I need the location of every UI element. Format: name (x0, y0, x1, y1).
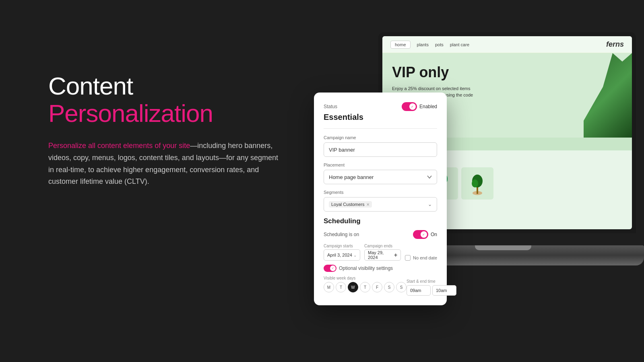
optional-visibility-toggle[interactable]: ✓ (324, 265, 336, 272)
weekday-btn-tue[interactable]: T (336, 282, 346, 292)
ferns-logo: ferns (606, 40, 624, 49)
ferns-nav-home[interactable]: home (390, 41, 411, 49)
ferns-vip-title: VIP only (392, 64, 622, 80)
toggle-check-icon: ✓ (411, 105, 414, 109)
ferns-navbar: home plants pots plant care ferns (382, 36, 632, 53)
description-highlight: Personalize all content elements of your… (48, 142, 190, 150)
optional-visibility-knob: ✓ (330, 265, 336, 271)
optional-visibility-label: Optional visibility settings (339, 265, 393, 271)
campaign-name-input[interactable] (324, 142, 437, 157)
scheduling-section-title: Scheduling (324, 217, 437, 225)
start-end-time-label: Start & end time (407, 279, 456, 284)
svg-point-13 (472, 179, 478, 187)
end-time-input[interactable] (432, 285, 456, 296)
campaign-starts-label: Campaign starts (324, 244, 360, 248)
status-label: Status (324, 104, 337, 109)
optional-visibility-row: ✓ Optional visibility settings (324, 265, 437, 272)
time-group: Start & end time (407, 279, 456, 296)
scheduling-on-row: Scheduling is on ✓ On (324, 230, 437, 239)
scheduling-toggle-check-icon: ✓ (422, 233, 425, 237)
placement-label: Placement (324, 162, 437, 167)
scheduling-toggle[interactable]: ✓ (413, 230, 428, 239)
scheduling-toggle-label: On (431, 232, 437, 237)
campaign-starts-input[interactable]: April 3, 2024 ⌄ (324, 249, 360, 261)
page-description: Personalize all content elements of your… (48, 140, 282, 188)
campaign-ends-input[interactable]: May 29, 2024 + (364, 249, 401, 261)
segment-tags: Loyal Customers ✕ (329, 201, 372, 208)
campaign-name-label: Campaign name (324, 135, 437, 140)
ferns-nav-links: home plants pots plant care (390, 41, 469, 49)
campaign-ends-value: May 29, 2024 (368, 250, 394, 260)
no-end-date-checkbox[interactable] (405, 255, 411, 261)
status-toggle-label: Enabled (419, 104, 437, 109)
campaign-starts-value: April 3, 2024 (327, 253, 352, 257)
campaign-ends-label: Campaign ends (364, 244, 401, 248)
left-content-area: Content Personalization Personalize all … (48, 72, 282, 188)
panel-status-row: Status ✓ Enabled (324, 102, 437, 111)
segments-field[interactable]: Loyal Customers ✕ ⌄ (324, 197, 437, 212)
page-title-line2: Personalization (48, 100, 282, 127)
weekday-btn-sat[interactable]: S (384, 282, 394, 292)
weekday-buttons-group: M T W T F S S (324, 282, 407, 292)
campaign-ends-group: Campaign ends May 29, 2024 + (364, 244, 401, 261)
segment-tag-loyal-customers[interactable]: Loyal Customers ✕ (329, 201, 372, 208)
ferns-nav-plant-care[interactable]: plant care (450, 42, 469, 47)
page-title-line1: Content (48, 72, 282, 100)
time-inputs-row (407, 285, 456, 296)
personalization-panel: Status ✓ Enabled Essentials Campaign nam… (314, 93, 447, 305)
essentials-divider (324, 128, 437, 129)
scheduling-is-on-label: Scheduling is on (324, 232, 359, 237)
device-mockups-area: home plants pots plant care ferns VIP on… (314, 32, 644, 322)
visible-week-days-label: Visible week days (324, 276, 407, 280)
ferns-nav-plants[interactable]: plants (417, 42, 429, 47)
weekdays-time-row: Visible week days M T W T F S S Start & … (324, 276, 437, 296)
ferns-nav-pots[interactable]: pots (435, 42, 444, 47)
start-time-input[interactable] (407, 285, 431, 296)
segments-chevron-icon: ⌄ (428, 202, 432, 207)
campaign-dates-row: Campaign starts April 3, 2024 ⌄ Campaign… (324, 244, 437, 261)
weekday-btn-mon[interactable]: M (324, 282, 334, 292)
weekday-btn-sun[interactable]: S (396, 282, 407, 292)
segments-label: Segments (324, 190, 437, 195)
placement-select[interactable]: Home page banner (324, 170, 437, 184)
ends-plus-icon: + (394, 252, 397, 258)
essentials-title: Essentials (324, 113, 437, 122)
toggle-knob: ✓ (409, 103, 416, 110)
no-end-date-row: No end date (405, 255, 437, 261)
no-end-date-label: No end date (413, 255, 437, 260)
optional-visibility-check-icon: ✓ (332, 267, 334, 270)
status-toggle-container[interactable]: ✓ Enabled (402, 102, 437, 111)
scheduling-toggle-container[interactable]: ✓ On (413, 230, 437, 239)
segment-tag-label: Loyal Customers (331, 202, 365, 207)
weekdays-group: Visible week days M T W T F S S (324, 276, 407, 292)
scheduling-toggle-knob: ✓ (421, 231, 427, 238)
campaign-starts-group: Campaign starts April 3, 2024 ⌄ (324, 244, 360, 261)
ferns-product-card-3[interactable] (461, 167, 493, 200)
weekday-btn-fri[interactable]: F (372, 282, 382, 292)
laptop-notch (475, 245, 531, 250)
segment-tag-remove-icon[interactable]: ✕ (366, 202, 369, 207)
status-toggle[interactable]: ✓ (402, 102, 417, 111)
weekday-btn-wed[interactable]: W (348, 282, 358, 292)
weekday-btn-thu[interactable]: T (360, 282, 370, 292)
starts-chevron-icon: ⌄ (353, 253, 357, 257)
